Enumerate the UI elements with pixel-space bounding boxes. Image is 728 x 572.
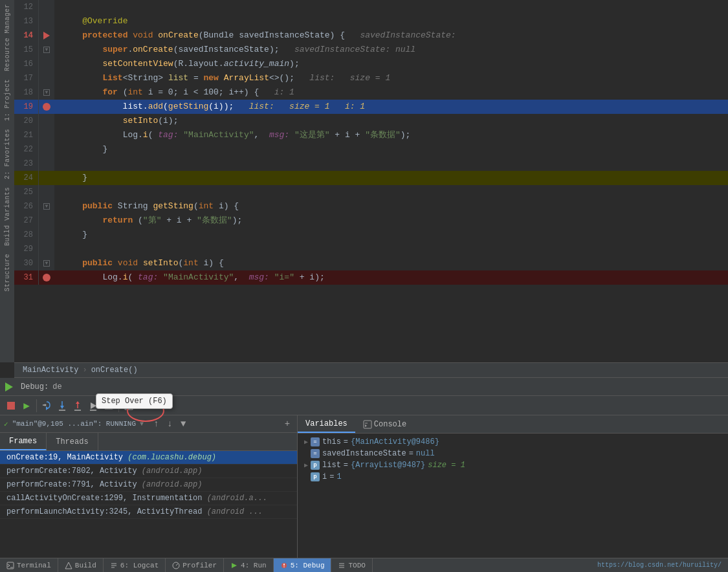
frame-list: onCreate:19, MainActivity (com.lucashu.d… (0, 451, 297, 572)
code-content: super.onCreate(savedInstanceState); save… (54, 43, 728, 57)
run-label: 4: Run (241, 562, 267, 569)
thread-dropdown[interactable]: ▼ (140, 421, 144, 428)
thread-up-button[interactable]: ↑ (150, 418, 162, 430)
frame-text: onCreate:19, MainActivity (6, 453, 127, 462)
fold-icon[interactable]: ▼ (43, 260, 50, 267)
logcat-icon (110, 562, 118, 569)
frame-item-5[interactable]: performLaunchActivity:3245, ActivityThre… (0, 505, 297, 519)
line-number: 13 (14, 14, 39, 28)
code-content: Log.i( tag: "MainActivity", msg: "i=" + … (54, 270, 728, 285)
line-gutter-breakpoint[interactable] (39, 100, 54, 114)
line-gutter (39, 242, 54, 256)
terminal-tab[interactable]: Terminal (0, 558, 58, 572)
frame-item-4[interactable]: callActivityOnCreate:1299, Instrumentati… (0, 492, 297, 505)
frames-tab[interactable]: Frames (0, 433, 47, 450)
profiler-tab[interactable]: Profiler (166, 558, 224, 572)
sidebar-structure[interactable]: Structure (3, 250, 12, 296)
code-line-25: 25 (14, 185, 728, 199)
svg-marker-2 (45, 404, 47, 406)
resume-debug-button[interactable]: ▶ (19, 399, 34, 413)
code-line-31: 31 Log.i( tag: "MainActivity", msg: "i="… (14, 270, 728, 285)
sidebar-resource-manager[interactable]: Resource Manager (3, 0, 12, 75)
line-gutter-breakpoint[interactable] (39, 28, 54, 43)
line-number: 24 (14, 171, 39, 185)
code-content: Log.i( tag: "MainActivity", msg: "这是第" +… (54, 128, 728, 142)
step-into-button[interactable] (55, 399, 69, 413)
sidebar-favorites[interactable]: 2: Favorites (3, 125, 12, 183)
step-out-button[interactable] (71, 399, 85, 413)
var-value: {ArrayList@9487} (351, 461, 425, 470)
debug-tab[interactable]: 5: Debug (274, 558, 332, 572)
debug-arrow-icon (43, 32, 50, 39)
fold-icon[interactable]: ▼ (43, 47, 50, 53)
frames-panel: ✓ "main"@9,105 ...ain": RUNNING ▼ ↑ ↓ ▼ … (0, 415, 298, 572)
logcat-tab[interactable]: 6: Logcat (104, 558, 166, 572)
thread-down-button[interactable]: ↓ (164, 418, 175, 430)
profiler-icon (172, 562, 180, 569)
code-line-23: 23 (14, 157, 728, 171)
var-expand-icon[interactable]: ▶ (304, 473, 308, 481)
debug-label: Debug: (21, 382, 49, 391)
var-item-i: ▶ p i = 1 (302, 471, 724, 483)
line-number: 22 (14, 142, 39, 157)
fold-icon[interactable]: ▼ (43, 89, 50, 96)
line-number: 30 (14, 256, 39, 270)
var-item-list: ▶ p list = {ArrayList@9487} size = 1 (302, 459, 724, 471)
breadcrumb-class[interactable]: MainActivity (23, 366, 78, 375)
variables-tab[interactable]: Variables (298, 415, 355, 433)
code-content (54, 242, 728, 256)
breadcrumb-method[interactable]: onCreate() (91, 366, 138, 375)
variable-list: ▶ = this = {MainActivity@9486} ▶ = saved… (298, 434, 728, 572)
code-line-12: 12 (14, 0, 728, 14)
code-content: @Override (54, 14, 728, 28)
code-line-13: 13 @Override (14, 14, 728, 28)
fold-icon[interactable]: ▼ (43, 203, 50, 210)
frame-item-3[interactable]: performCreate:7791, Activity (android.ap… (0, 478, 297, 492)
svg-marker-28 (65, 562, 72, 569)
var-expand-icon[interactable]: ▶ (304, 438, 308, 446)
var-expand-icon[interactable]: ▶ (304, 461, 308, 469)
sidebar-project[interactable]: 1: Project (3, 75, 12, 125)
run-tab[interactable]: 4: Run (224, 558, 274, 572)
line-number: 29 (14, 242, 39, 256)
todo-tab[interactable]: TODO (331, 558, 372, 572)
var-expand-icon[interactable]: ▶ (304, 450, 308, 457)
frame-text: performCreate:7802, Activity (6, 467, 142, 476)
line-number: 17 (14, 71, 39, 85)
thread-filter-button[interactable]: ▼ (177, 418, 189, 430)
terminal-label: Terminal (17, 562, 51, 569)
var-name: i (322, 472, 327, 481)
line-gutter-breakpoint[interactable] (39, 270, 54, 285)
profiler-label: Profiler (182, 562, 217, 569)
add-watch-button[interactable]: + (281, 418, 293, 430)
frame-item-2[interactable]: performCreate:7802, Activity (android.ap… (0, 465, 297, 478)
console-tab[interactable]: Console (355, 415, 414, 433)
sidebar-build-variants[interactable]: Build Variants (3, 183, 12, 250)
var-item-this: ▶ = this = {MainActivity@9486} (302, 436, 724, 448)
thread-running-icon: ✓ (4, 420, 8, 428)
stop-icon (7, 402, 15, 410)
line-number: 20 (14, 114, 39, 128)
line-gutter (39, 214, 54, 228)
step-out-icon (72, 401, 83, 411)
frame-italic: (android.app) (142, 480, 203, 489)
line-gutter (39, 128, 54, 142)
code-editor: 12 13 @Override 14 protected void onCrea… (14, 0, 728, 362)
frame-item-active[interactable]: onCreate:19, MainActivity (com.lucashu.d… (0, 451, 297, 465)
code-line-28: 28 } (14, 228, 728, 242)
resume-button[interactable] (5, 382, 14, 391)
build-tab[interactable]: Build (58, 558, 104, 572)
line-gutter (39, 228, 54, 242)
line-number: 19 (14, 100, 39, 114)
stop-button[interactable] (4, 399, 18, 413)
line-gutter: ▼ (39, 85, 54, 100)
svg-marker-7 (76, 401, 80, 404)
line-number: 31 (14, 270, 39, 285)
todo-icon (338, 562, 346, 569)
var-equals: = (329, 472, 334, 481)
line-gutter: ▼ (39, 256, 54, 270)
code-line-14: 14 protected void onCreate(Bundle savedI… (14, 28, 728, 43)
step-over-button[interactable] (39, 399, 54, 413)
var-name: this (322, 437, 341, 446)
threads-tab[interactable]: Threads (47, 433, 98, 450)
